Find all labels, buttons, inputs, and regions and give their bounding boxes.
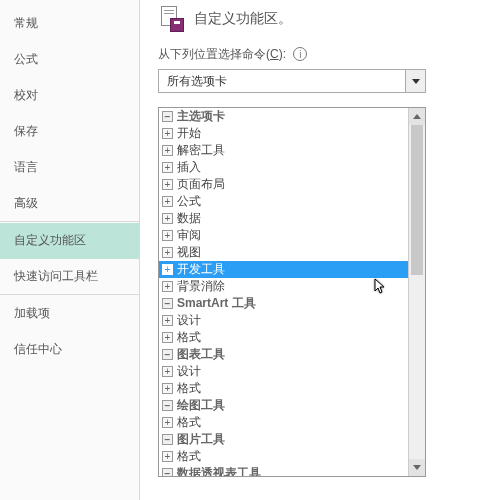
expand-icon[interactable]: + <box>162 179 173 190</box>
item-label: 公式 <box>177 193 201 210</box>
nav-sidebar: 常规 公式 校对 保存 语言 高级 自定义功能区 快速访问工具栏 加载项 信任中… <box>0 0 140 500</box>
expand-icon[interactable]: + <box>162 196 173 207</box>
list-group-header[interactable]: −图表工具 <box>159 346 408 363</box>
list-item[interactable]: +背景消除 <box>159 278 408 295</box>
list-item[interactable]: +视图 <box>159 244 408 261</box>
list-item[interactable]: +页面布局 <box>159 176 408 193</box>
item-label: 背景消除 <box>177 278 225 295</box>
dropdown-button[interactable] <box>405 70 425 92</box>
list-item[interactable]: +审阅 <box>159 227 408 244</box>
item-label: 数据 <box>177 210 201 227</box>
choose-commands-label: 从下列位置选择命令(C): i <box>158 46 496 63</box>
sidebar-item-general[interactable]: 常规 <box>0 6 139 42</box>
sidebar-item-save[interactable]: 保存 <box>0 114 139 150</box>
sidebar-item-language[interactable]: 语言 <box>0 150 139 186</box>
commands-from-dropdown[interactable]: 所有选项卡 <box>158 69 426 93</box>
group-label: 绘图工具 <box>177 397 225 414</box>
item-label: 格式 <box>177 329 201 346</box>
sidebar-item-qat[interactable]: 快速访问工具栏 <box>0 259 139 295</box>
customize-ribbon-icon <box>158 6 184 32</box>
expand-icon[interactable]: + <box>162 264 173 275</box>
expand-icon[interactable]: + <box>162 383 173 394</box>
list-item[interactable]: +开始 <box>159 125 408 142</box>
expand-icon[interactable]: + <box>162 451 173 462</box>
help-icon[interactable]: i <box>293 47 307 61</box>
item-label: 开始 <box>177 125 201 142</box>
list-group-header[interactable]: −绘图工具 <box>159 397 408 414</box>
list-item[interactable]: +格式 <box>159 329 408 346</box>
item-label: 格式 <box>177 414 201 431</box>
expand-icon[interactable]: + <box>162 213 173 224</box>
item-label: 解密工具 <box>177 142 225 159</box>
main-panel: 自定义功能区。 从下列位置选择命令(C): i 所有选项卡 −主选项卡+开始+解… <box>140 0 500 500</box>
expand-icon[interactable]: + <box>162 230 173 241</box>
sidebar-item-customize-ribbon[interactable]: 自定义功能区 <box>0 223 139 259</box>
expand-icon[interactable]: + <box>162 128 173 139</box>
item-label: 插入 <box>177 159 201 176</box>
collapse-icon[interactable]: − <box>162 111 173 122</box>
expand-icon[interactable]: + <box>162 366 173 377</box>
dropdown-selected-text: 所有选项卡 <box>159 73 405 90</box>
expand-icon[interactable]: + <box>162 332 173 343</box>
expand-icon[interactable]: + <box>162 247 173 258</box>
collapse-icon[interactable]: − <box>162 349 173 360</box>
item-label: 设计 <box>177 363 201 380</box>
scrollbar[interactable] <box>408 108 425 476</box>
list-item[interactable]: +公式 <box>159 193 408 210</box>
chevron-up-icon <box>413 114 421 119</box>
expand-icon[interactable]: + <box>162 315 173 326</box>
sidebar-item-addins[interactable]: 加载项 <box>0 296 139 332</box>
item-label: 审阅 <box>177 227 201 244</box>
item-label: 格式 <box>177 380 201 397</box>
list-group-header[interactable]: −主选项卡 <box>159 108 408 125</box>
list-group-header[interactable]: −图片工具 <box>159 431 408 448</box>
item-label: 页面布局 <box>177 176 225 193</box>
commands-listbox[interactable]: −主选项卡+开始+解密工具+插入+页面布局+公式+数据+审阅+视图+开发工具+背… <box>158 107 426 477</box>
list-group-header[interactable]: −数据透视表工具 <box>159 465 408 476</box>
list-item[interactable]: +格式 <box>159 414 408 431</box>
list-item[interactable]: +数据 <box>159 210 408 227</box>
scroll-up-button[interactable] <box>409 108 425 125</box>
expand-icon[interactable]: + <box>162 281 173 292</box>
group-label: 主选项卡 <box>177 108 225 125</box>
group-label: 数据透视表工具 <box>177 465 261 476</box>
list-item[interactable]: +设计 <box>159 363 408 380</box>
chevron-down-icon <box>412 79 420 84</box>
sidebar-item-proofing[interactable]: 校对 <box>0 78 139 114</box>
item-label: 开发工具 <box>177 261 225 278</box>
scroll-down-button[interactable] <box>409 459 425 476</box>
item-label: 设计 <box>177 312 201 329</box>
list-item[interactable]: +插入 <box>159 159 408 176</box>
sidebar-item-trust-center[interactable]: 信任中心 <box>0 332 139 368</box>
group-label: 图表工具 <box>177 346 225 363</box>
collapse-icon[interactable]: − <box>162 434 173 445</box>
item-label: 格式 <box>177 448 201 465</box>
list-item[interactable]: +设计 <box>159 312 408 329</box>
chevron-down-icon <box>413 465 421 470</box>
expand-icon[interactable]: + <box>162 145 173 156</box>
collapse-icon[interactable]: − <box>162 298 173 309</box>
list-item[interactable]: +格式 <box>159 448 408 465</box>
expand-icon[interactable]: + <box>162 417 173 428</box>
list-item[interactable]: +解密工具 <box>159 142 408 159</box>
page-header: 自定义功能区。 <box>158 6 496 32</box>
list-group-header[interactable]: −SmartArt 工具 <box>159 295 408 312</box>
collapse-icon[interactable]: − <box>162 400 173 411</box>
group-label: 图片工具 <box>177 431 225 448</box>
sidebar-item-advanced[interactable]: 高级 <box>0 186 139 222</box>
page-title: 自定义功能区。 <box>194 10 292 28</box>
expand-icon[interactable]: + <box>162 162 173 173</box>
item-label: 视图 <box>177 244 201 261</box>
scroll-thumb[interactable] <box>411 125 423 275</box>
list-item[interactable]: +开发工具 <box>159 261 408 278</box>
list-item[interactable]: +格式 <box>159 380 408 397</box>
sidebar-item-formulas[interactable]: 公式 <box>0 42 139 78</box>
group-label: SmartArt 工具 <box>177 295 256 312</box>
collapse-icon[interactable]: − <box>162 468 173 476</box>
